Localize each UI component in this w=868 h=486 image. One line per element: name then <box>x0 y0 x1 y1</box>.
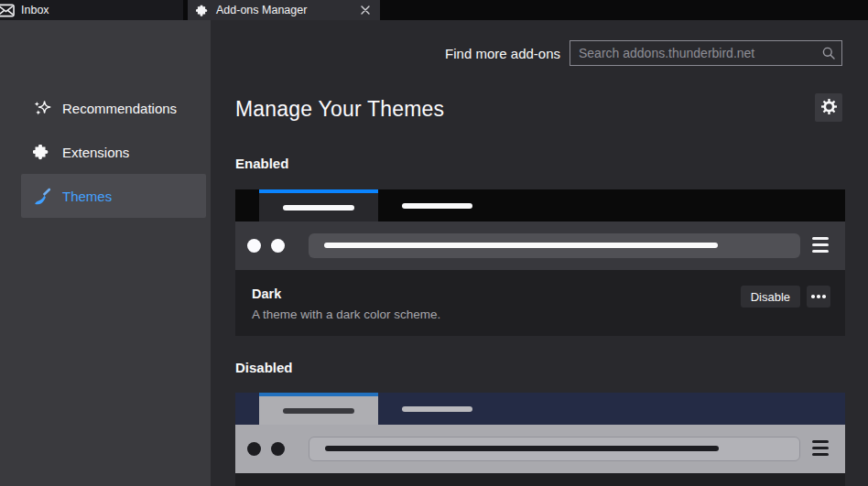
theme-card-actions: Disable <box>741 286 830 308</box>
preview-tabstrip <box>235 393 845 425</box>
find-more-row: Find more add-ons <box>445 40 842 66</box>
preview-tab-title-bar <box>283 205 354 211</box>
preview-toolbar <box>235 221 845 270</box>
gear-icon <box>821 99 837 117</box>
preview-nav-dot <box>247 442 261 456</box>
puzzle-icon <box>33 143 51 161</box>
sidebar-item-recommendations[interactable]: Recommendations <box>21 86 206 130</box>
preview-urlbar <box>309 437 800 461</box>
tab-inbox[interactable]: Inbox <box>0 0 183 20</box>
page-title: Manage Your Themes <box>235 97 444 122</box>
disabled-heading: Disabled <box>235 360 293 375</box>
preview-active-tab <box>259 189 378 221</box>
close-icon[interactable] <box>358 3 373 17</box>
enabled-heading: Enabled <box>235 156 288 171</box>
disable-button[interactable]: Disable <box>741 286 800 308</box>
preview-nav-dot <box>271 239 285 253</box>
preview-tabstrip <box>235 189 845 221</box>
preview-toolbar <box>235 425 845 473</box>
preview-url-text-bar <box>325 446 719 451</box>
preview-nav-dot <box>271 442 285 456</box>
dark-theme-preview <box>235 189 845 270</box>
envelope-icon <box>0 3 15 18</box>
tab-label: Add-ons Manager <box>216 4 307 16</box>
addons-sidebar: Recommendations Extensions Themes <box>0 20 211 486</box>
sidebar-item-extensions[interactable]: Extensions <box>21 130 206 174</box>
tab-label: Inbox <box>21 4 49 16</box>
theme-card-dark[interactable]: Dark A theme with a dark color scheme. D… <box>235 189 845 336</box>
preview-active-tab <box>259 393 378 425</box>
preview-inactive-tab-bar <box>402 406 472 412</box>
tools-button[interactable] <box>815 93 842 122</box>
find-more-label: Find more add-ons <box>445 46 560 61</box>
theme-card-info: Dark A theme with a dark color scheme. D… <box>235 270 845 336</box>
preview-nav-dot <box>247 239 261 253</box>
sidebar-item-label: Themes <box>62 189 112 204</box>
preview-tab-title-bar <box>283 408 354 414</box>
theme-card-light[interactable] <box>235 393 845 486</box>
puzzle-icon <box>196 4 210 17</box>
paintbrush-icon <box>33 187 51 205</box>
search-icon[interactable] <box>821 46 836 64</box>
sparkle-icon <box>33 99 51 117</box>
hamburger-menu-icon <box>812 440 829 456</box>
light-theme-preview <box>235 393 845 473</box>
preview-inactive-tab-bar <box>402 203 472 209</box>
sidebar-item-label: Recommendations <box>62 101 177 116</box>
theme-description: A theme with a dark color scheme. <box>252 308 830 321</box>
addons-manager-window: Inbox Add-ons Manager <box>0 0 868 486</box>
preview-urlbar <box>309 233 800 258</box>
theme-card-info <box>235 473 845 486</box>
search-input[interactable] <box>570 40 842 66</box>
preview-url-text-bar <box>324 243 718 248</box>
tab-addons-manager[interactable]: Add-ons Manager <box>188 0 380 20</box>
hamburger-menu-icon <box>812 237 829 253</box>
sidebar-item-themes[interactable]: Themes <box>21 174 206 218</box>
addons-searchbox <box>570 40 842 66</box>
ellipsis-icon <box>811 295 826 298</box>
sidebar-item-label: Extensions <box>62 145 129 160</box>
more-options-button[interactable] <box>807 286 830 308</box>
tab-strip: Inbox Add-ons Manager <box>0 0 868 20</box>
